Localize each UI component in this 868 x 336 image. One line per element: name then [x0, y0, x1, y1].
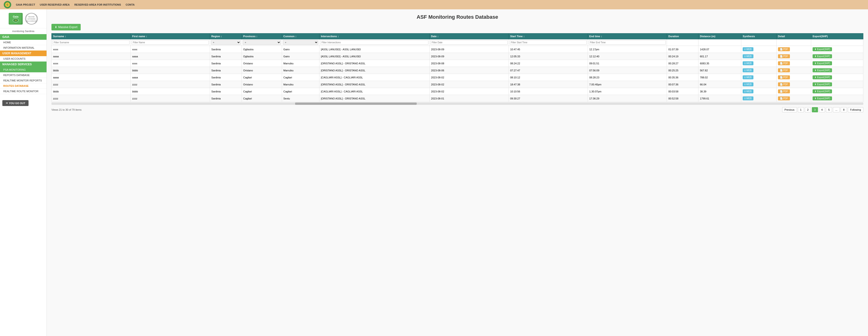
btn-web-5[interactable]: ℹ WEB: [743, 82, 753, 86]
btn-web-2[interactable]: ℹ WEB: [743, 61, 753, 65]
pagination-page-8[interactable]: 8: [841, 107, 847, 112]
cell-synthesis: ℹ WEB: [741, 81, 777, 88]
filter-common[interactable]: ÷: [283, 40, 318, 45]
filter-firstname[interactable]: [132, 40, 209, 45]
col-detail: Detail: [776, 33, 811, 39]
cell-surname: zzzz: [52, 81, 131, 88]
col-provinces[interactable]: Provinces ↕: [242, 33, 282, 39]
btn-shp-6[interactable]: ⬇ Export(SHP): [813, 89, 832, 93]
btn-pdf-4[interactable]: 📄 PDF: [778, 75, 790, 79]
pagination-page-2[interactable]: 2: [805, 107, 811, 112]
cell-end-time: 7.00.40pm: [588, 81, 666, 88]
download-icon: ⬇: [814, 62, 816, 65]
massive-export-button[interactable]: ⬇ Massive Export: [52, 24, 81, 30]
nav-user-reserved[interactable]: USER RESERVED AREA: [40, 3, 70, 6]
table-row: xxxx xxxx Sardinia Oristano Marrubiu [OR…: [52, 60, 863, 67]
sidebar-realtime-monitor[interactable]: REALTIME MONITOR REPORTS: [0, 78, 46, 83]
btn-shp-3[interactable]: ⬇ Export(SHP): [813, 68, 832, 72]
pagination-next[interactable]: Following: [848, 107, 863, 112]
col-common[interactable]: Common ↕: [282, 33, 319, 39]
btn-web-0[interactable]: ℹ WEB: [743, 47, 753, 51]
cell-start-time: 08:10:12: [508, 74, 588, 81]
col-end-time[interactable]: End time ↕: [588, 33, 666, 39]
filter-provinces[interactable]: ÷: [243, 40, 281, 45]
pagination-page-4[interactable]: 4: [819, 107, 825, 112]
btn-shp-0[interactable]: ⬇ Export(SHP): [813, 47, 832, 51]
btn-web-7[interactable]: ℹ WEB: [743, 96, 753, 100]
pagination-page-1[interactable]: 1: [798, 107, 804, 112]
filter-date[interactable]: [431, 40, 507, 45]
filter-start-time[interactable]: [510, 40, 587, 45]
btn-pdf-7[interactable]: 📄 PDF: [778, 96, 790, 100]
btn-pdf-6[interactable]: 📄 PDF: [778, 89, 790, 93]
sidebar-user-accounts[interactable]: USER ACCOUNTS: [0, 56, 46, 62]
filter-surname[interactable]: [53, 40, 129, 45]
sidebar-routes-db[interactable]: ROUTES DATABASE: [0, 83, 46, 89]
btn-pdf-3[interactable]: 📄 PDF: [778, 68, 790, 72]
sidebar-realtime-route[interactable]: REALTIME ROUTE MONITOR: [0, 89, 46, 94]
download-icon: ⬇: [814, 76, 816, 79]
filter-region[interactable]: ÷: [211, 40, 241, 45]
download-icon: ⬇: [814, 55, 816, 58]
btn-web-6[interactable]: ℹ WEB: [743, 89, 753, 93]
nav-reserved-institutions[interactable]: RESERVED AREA FOR INSTITUTIONS: [74, 3, 121, 6]
btn-shp-1[interactable]: ⬇ Export(SHP): [813, 54, 832, 58]
btn-pdf-2[interactable]: 📄 PDF: [778, 61, 790, 65]
col-surname[interactable]: Surname ↕: [52, 33, 131, 39]
cell-firstname: zzzz: [131, 81, 210, 88]
col-start-time[interactable]: Start Time ↕: [508, 33, 588, 39]
sidebar-info-material[interactable]: INFORMATION MATERIAL: [0, 45, 46, 51]
pagination-page-3[interactable]: 3: [812, 107, 818, 112]
cell-date: 2023-08-02: [430, 88, 508, 95]
filter-end-time[interactable]: [589, 40, 666, 45]
btn-web-4[interactable]: ℹ WEB: [743, 75, 753, 79]
btn-shp-2[interactable]: ⬇ Export(SHP): [813, 61, 832, 65]
sidebar-home[interactable]: HOME: [0, 40, 46, 45]
info-icon: ℹ: [745, 69, 745, 71]
btn-shp-7[interactable]: ⬇ Export(SHP): [813, 96, 832, 100]
cell-end-time: 1.30.07pm: [588, 88, 666, 95]
btn-pdf-1[interactable]: 📄 PDF: [778, 54, 790, 58]
sidebar-reports-db[interactable]: REPORTS DATABASE: [0, 72, 46, 78]
info-icon: ℹ: [745, 48, 745, 51]
logout-button[interactable]: ➜ YOU GO OUT: [2, 100, 29, 106]
cell-region: Sardinia: [210, 74, 242, 81]
cell-common: Gairo: [282, 53, 319, 60]
col-synthesis: Synthesis: [741, 33, 777, 39]
col-date[interactable]: Date ↕: [430, 33, 508, 39]
pagination-page-5[interactable]: 5: [826, 107, 832, 112]
btn-shp-4[interactable]: ⬇ Export(SHP): [813, 75, 832, 79]
cell-common: Cagliari: [282, 88, 319, 95]
cell-firstname: aaaa: [131, 74, 210, 81]
cell-distance: 38.39: [699, 88, 741, 95]
btn-shp-5[interactable]: ⬇ Export(SHP): [813, 82, 832, 86]
btn-pdf-0[interactable]: 📄 PDF: [778, 47, 790, 51]
col-region[interactable]: Region ↕: [210, 33, 242, 39]
cell-export: ⬇ Export(SHP): [811, 88, 863, 95]
cell-firstname: xxxx: [131, 60, 210, 67]
col-intersections[interactable]: Intersections ↕: [319, 33, 430, 39]
sidebar-psa-monitoring[interactable]: PSA MONITORING: [0, 67, 46, 72]
table-filter-row: ÷ ÷ ÷: [52, 39, 863, 46]
cell-intersections: [ASSL LANUSEI] - ASSL LANUSEI: [319, 53, 430, 60]
cell-provinces: Oristano: [242, 60, 282, 67]
cell-duration: 00:03:58: [667, 88, 699, 95]
horizontal-scrollbar[interactable]: [52, 102, 863, 105]
pdf-icon: 📄: [780, 97, 783, 100]
nav-conta[interactable]: CONTA: [126, 3, 134, 6]
nav-gaia-project[interactable]: GAIA PROJECT: [16, 3, 35, 6]
cell-detail: 📄 PDF: [776, 53, 811, 60]
col-distance: Distance (m): [699, 33, 741, 39]
pagination-prev[interactable]: Previous: [782, 107, 797, 112]
filter-intersections[interactable]: [320, 40, 428, 45]
cell-distance: 1428.07: [699, 46, 741, 53]
btn-pdf-5[interactable]: 📄 PDF: [778, 82, 790, 86]
main-content: ASF Monitoring Routes Database ⬇ Massive…: [47, 9, 868, 336]
top-nav: G GAIA PROJECT USER RESERVED AREA RESERV…: [0, 0, 868, 9]
cell-duration: 00:28:27: [667, 60, 699, 67]
btn-web-3[interactable]: ℹ WEB: [743, 68, 753, 72]
col-firstname[interactable]: First name ↕: [131, 33, 210, 39]
pdf-icon: 📄: [780, 90, 783, 93]
cell-duration: 00:35:36: [667, 74, 699, 81]
btn-web-1[interactable]: ℹ WEB: [743, 54, 753, 58]
